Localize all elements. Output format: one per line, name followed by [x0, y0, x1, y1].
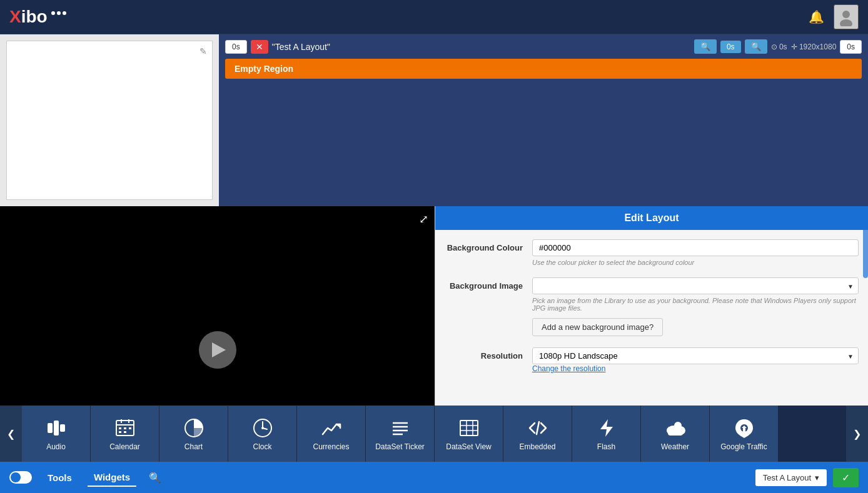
notification-bell-icon[interactable]: 🔔: [809, 9, 824, 24]
flash-icon: [595, 417, 618, 439]
zoom-in-button[interactable]: 🔍: [694, 39, 717, 54]
layout-dropdown[interactable]: Test A Layout ▾: [755, 469, 827, 486]
audio-icon: [45, 417, 68, 439]
svg-rect-34: [668, 431, 683, 436]
resolution-wrap: 1080p HD Landscape 720p HD Landscape 108…: [532, 347, 859, 373]
preview-box[interactable]: ✎: [6, 41, 213, 200]
clock-icon: [251, 417, 274, 439]
duration-left-badge[interactable]: 0s: [225, 40, 247, 54]
panel-body: Background Colour Use the colour picker …: [435, 230, 868, 394]
widgets-button[interactable]: Widgets: [88, 469, 136, 487]
widget-label-dataset-view: DataSet View: [446, 442, 492, 451]
bg-image-group: Background Image ▼ Pick an image from th…: [445, 277, 859, 336]
logo-dots: [51, 11, 66, 15]
layout-preview: ✎: [0, 34, 219, 206]
play-button[interactable]: [199, 331, 236, 369]
logo: Xibo: [9, 7, 66, 27]
panel-scrollbar[interactable]: [863, 228, 868, 278]
widget-item-chart[interactable]: Chart: [159, 406, 228, 462]
bg-image-select[interactable]: [532, 277, 859, 294]
logo-dot-3: [63, 11, 66, 15]
chart-icon: [183, 417, 205, 439]
add-bg-image-button[interactable]: Add a new background image?: [532, 318, 663, 336]
widgets-scroll-right-button[interactable]: ❯: [846, 406, 868, 462]
svg-rect-5: [60, 424, 65, 432]
widget-label-currencies: Currencies: [313, 442, 349, 451]
logo-x: X: [9, 7, 21, 26]
widget-label-clock: Clock: [253, 442, 271, 451]
region-editor: 0s ✕ "Test A Layout" 🔍 0s 🔍 ⊙ 0s ✛ 1920x…: [219, 34, 868, 206]
avatar[interactable]: [834, 4, 859, 29]
add-bg-btn-wrap: Add a new background image?: [532, 318, 859, 336]
close-button[interactable]: ✕: [251, 40, 268, 54]
svg-rect-10: [119, 427, 121, 429]
logo-ibo: ibo: [21, 7, 48, 26]
widget-item-dataset-view[interactable]: DataSet View: [435, 406, 503, 462]
widget-item-embedded[interactable]: Embedded: [503, 406, 572, 462]
bg-colour-input[interactable]: [532, 239, 859, 256]
duration-mid-badge: 0s: [720, 41, 741, 53]
bg-image-wrap: ▼ Pick an image from the Library to use …: [532, 277, 859, 336]
logo-dot-2: [57, 11, 61, 15]
currencies-icon: [320, 417, 343, 439]
bg-image-select-wrap: ▼: [532, 277, 859, 294]
widgets-scroll-left-button[interactable]: ❮: [0, 406, 22, 462]
zoom-out-button[interactable]: 🔍: [745, 39, 767, 54]
search-icon[interactable]: 🔍: [149, 472, 161, 484]
widget-label-embedded: Embedded: [519, 442, 555, 451]
svg-rect-12: [129, 427, 131, 429]
widget-item-currencies[interactable]: Currencies: [297, 406, 366, 462]
widget-label-dataset-ticker: DataSet Ticker: [375, 442, 425, 451]
svg-point-1: [842, 11, 850, 18]
svg-rect-13: [119, 431, 121, 433]
calendar-icon: [114, 417, 136, 439]
region-toolbar: 0s ✕ "Test A Layout" 🔍 0s 🔍 ⊙ 0s ✛ 1920x…: [219, 34, 868, 59]
svg-rect-3: [48, 423, 53, 433]
logo-dot-1: [51, 11, 55, 15]
dimensions-label: ✛ 1920x1080: [791, 42, 837, 51]
bottom-bar: Tools Widgets 🔍 Test A Layout ▾ ✓: [0, 462, 868, 493]
toggle-switch[interactable]: [9, 471, 32, 484]
preview-edit-icon[interactable]: ✎: [199, 46, 207, 56]
widget-label-flash: Flash: [597, 442, 615, 451]
widget-label-chart: Chart: [184, 442, 203, 451]
change-resolution-link[interactable]: Change the resolution: [532, 364, 859, 373]
layout-dropdown-label: Test A Layout: [763, 473, 811, 482]
embedded-icon: [527, 417, 549, 439]
widget-label-weather: Weather: [661, 442, 689, 451]
tools-button[interactable]: Tools: [41, 469, 78, 486]
layout-name-label: "Test A Layout": [272, 42, 690, 52]
widget-item-dataset-ticker[interactable]: DataSet Ticker: [366, 406, 435, 462]
duration-right-badge: 0s: [840, 40, 862, 54]
resolution-select[interactable]: 1080p HD Landscape 720p HD Landscape 108…: [532, 347, 859, 364]
widget-item-clock[interactable]: Clock: [228, 406, 297, 462]
widget-item-audio[interactable]: Audio: [22, 406, 91, 462]
widget-item-google-traffic[interactable]: Google Traffic: [710, 406, 779, 462]
google-traffic-icon: [733, 417, 755, 439]
bg-image-label: Background Image: [445, 277, 532, 291]
svg-marker-30: [600, 419, 613, 437]
resolution-label: Resolution: [445, 347, 532, 361]
top-nav: Xibo 🔔: [0, 0, 868, 34]
bg-colour-label: Background Colour: [445, 239, 532, 252]
duration-info-label: ⊙ 0s: [771, 42, 787, 51]
editor-area: ✎ 0s ✕ "Test A Layout" 🔍 0s 🔍 ⊙ 0s ✛ 192…: [0, 34, 868, 206]
widget-item-weather[interactable]: Weather: [641, 406, 710, 462]
widget-item-calendar[interactable]: Calendar: [91, 406, 159, 462]
bg-colour-hint: Use the colour picker to select the back…: [532, 259, 859, 266]
avatar-image: [837, 7, 855, 26]
dataset-view-icon: [458, 417, 480, 439]
resolution-group: Resolution 1080p HD Landscape 720p HD La…: [445, 347, 859, 373]
layout-dropdown-arrow-icon: ▾: [815, 473, 819, 482]
expand-icon[interactable]: ⤢: [419, 212, 428, 226]
resolution-select-wrap: 1080p HD Landscape 720p HD Landscape 108…: [532, 347, 859, 364]
nav-right: 🔔: [809, 4, 859, 29]
widget-label-calendar: Calendar: [109, 442, 140, 451]
svg-rect-4: [54, 421, 59, 436]
widget-label-google-traffic: Google Traffic: [720, 442, 767, 451]
widget-item-flash[interactable]: Flash: [572, 406, 641, 462]
toggle-knob: [11, 472, 21, 482]
save-check-button[interactable]: ✓: [833, 468, 859, 487]
empty-region-bar[interactable]: Empty Region: [225, 59, 862, 79]
bg-colour-group: Background Colour Use the colour picker …: [445, 239, 859, 266]
